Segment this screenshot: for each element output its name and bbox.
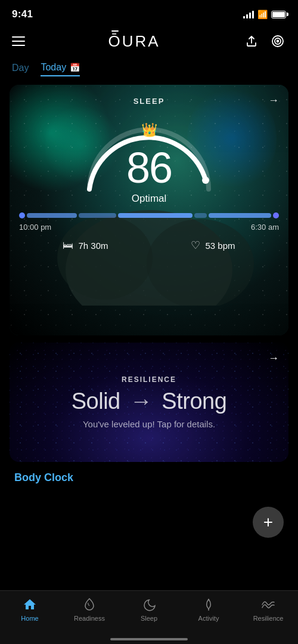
sleep-score: 86 — [126, 146, 172, 189]
wifi-icon: 📶 — [257, 10, 268, 19]
tabs-row: Day Today 📅 — [0, 56, 298, 80]
resilience-card[interactable]: → RESILIENCE Solid → Strong You've level… — [10, 343, 288, 462]
timeline-seg-5 — [209, 213, 271, 218]
nav-label-sleep: Sleep — [141, 615, 157, 622]
top-nav: ŌURA — [0, 26, 298, 56]
timeline-times: 10:00 pm 6:30 am — [19, 223, 279, 232]
resilience-arrow[interactable]: → — [268, 352, 279, 365]
oura-logo: ŌURA — [108, 32, 160, 51]
resilience-nav-icon — [261, 597, 275, 612]
crown-icon: 👑 — [141, 122, 157, 138]
timeline-bar — [19, 212, 279, 219]
menu-line — [12, 36, 25, 38]
readiness-icon — [83, 597, 96, 612]
resilience-from: Solid — [72, 389, 120, 414]
home-icon — [23, 597, 37, 612]
body-clock-title: Body Clock — [14, 472, 284, 484]
sleep-duration: 7h 30m — [78, 241, 108, 251]
body-clock-section: Body Clock — [0, 462, 298, 484]
sleep-card[interactable]: → SLEEP 👑 86 Optimal — [10, 85, 288, 335]
timeline-seg-4 — [194, 213, 207, 218]
add-button[interactable]: + — [253, 507, 284, 538]
sleep-stats: 🛏 7h 30m ♡ 53 bpm — [10, 232, 288, 252]
heart-rate-value: 53 bpm — [205, 241, 235, 251]
nav-right-icons — [243, 33, 286, 50]
timeline-end-dot — [273, 212, 279, 218]
battery-icon — [271, 11, 286, 19]
signal-bars-icon — [243, 10, 254, 19]
status-icons: 📶 — [243, 10, 286, 19]
menu-line — [12, 45, 25, 46]
timeline-start-time: 10:00 pm — [19, 223, 51, 232]
resilience-to: Strong — [162, 389, 226, 414]
tab-today[interactable]: Today 📅 — [41, 60, 80, 76]
svg-point-2 — [277, 41, 278, 42]
tab-day[interactable]: Day — [12, 60, 29, 76]
nav-item-activity[interactable]: Activity — [179, 597, 238, 622]
timeline-start-dot — [19, 212, 25, 218]
sleep-card-content: → SLEEP 👑 86 Optimal — [10, 85, 288, 335]
calendar-icon: 📅 — [70, 63, 80, 72]
nav-item-readiness[interactable]: Readiness — [60, 597, 119, 622]
nav-item-resilience[interactable]: Resilience — [238, 597, 298, 622]
timeline-seg-3 — [118, 213, 193, 218]
sleep-duration-stat: 🛏 7h 30m — [63, 239, 108, 252]
menu-line — [12, 41, 25, 42]
sleep-card-label: SLEEP — [134, 97, 165, 106]
resilience-label: RESILIENCE — [122, 375, 176, 384]
nav-label-home: Home — [21, 615, 38, 622]
sleep-gauge: 👑 86 — [77, 112, 221, 195]
menu-button[interactable] — [12, 36, 25, 46]
bed-icon: 🛏 — [63, 239, 73, 252]
sleep-card-arrow[interactable]: → — [268, 94, 279, 107]
status-time: 9:41 — [12, 8, 33, 20]
status-bar: 9:41 📶 — [0, 0, 298, 26]
nav-item-sleep[interactable]: Sleep — [119, 597, 179, 622]
resilience-content: → RESILIENCE Solid → Strong You've level… — [10, 343, 288, 462]
resilience-title-arrow: → — [130, 389, 159, 414]
resilience-title: Solid → Strong — [72, 389, 227, 414]
heart-rate-stat: ♡ 53 bpm — [191, 239, 235, 252]
nav-item-home[interactable]: Home — [0, 597, 60, 622]
share-button[interactable] — [243, 33, 260, 50]
timeline-seg-1 — [27, 213, 77, 218]
timeline-seg-2 — [79, 213, 116, 218]
activity-icon — [203, 597, 215, 612]
heart-icon: ♡ — [191, 239, 200, 252]
home-indicator — [110, 638, 188, 640]
nav-label-activity: Activity — [198, 615, 219, 622]
nav-label-resilience: Resilience — [253, 615, 284, 622]
sleep-nav-icon — [142, 597, 156, 612]
resilience-subtitle: You've leveled up! Tap for details. — [83, 419, 215, 429]
sleep-timeline: 10:00 pm 6:30 am — [10, 212, 288, 232]
target-button[interactable] — [269, 33, 286, 50]
timeline-end-time: 6:30 am — [251, 223, 279, 232]
fab-container: + — [253, 507, 284, 538]
bottom-nav: Home Readiness Sleep Activity — [0, 590, 298, 644]
nav-label-readiness: Readiness — [74, 615, 105, 622]
svg-point-6 — [202, 177, 209, 184]
